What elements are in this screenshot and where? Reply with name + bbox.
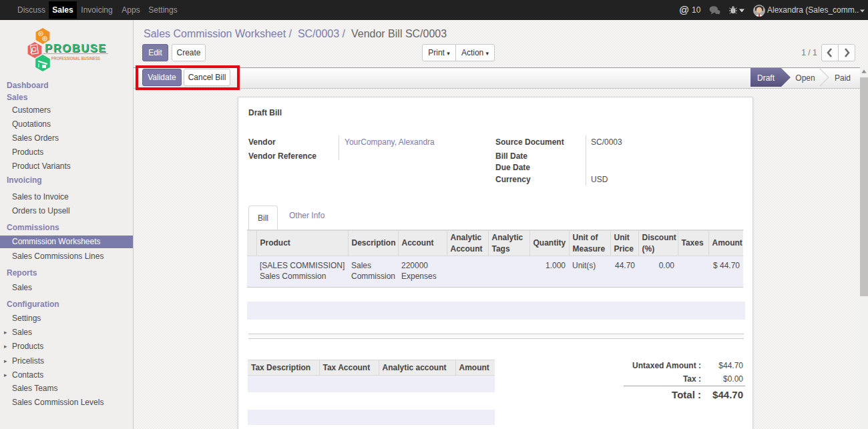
svg-text:PROBUSE: PROBUSE <box>45 43 107 54</box>
svg-text:PROFESSIONAL BUSINESS: PROFESSIONAL BUSINESS <box>51 56 100 61</box>
svg-text:Open: Open <box>795 73 815 83</box>
svg-text:Draft: Draft <box>757 73 775 83</box>
svg-text:Paid: Paid <box>835 73 851 83</box>
